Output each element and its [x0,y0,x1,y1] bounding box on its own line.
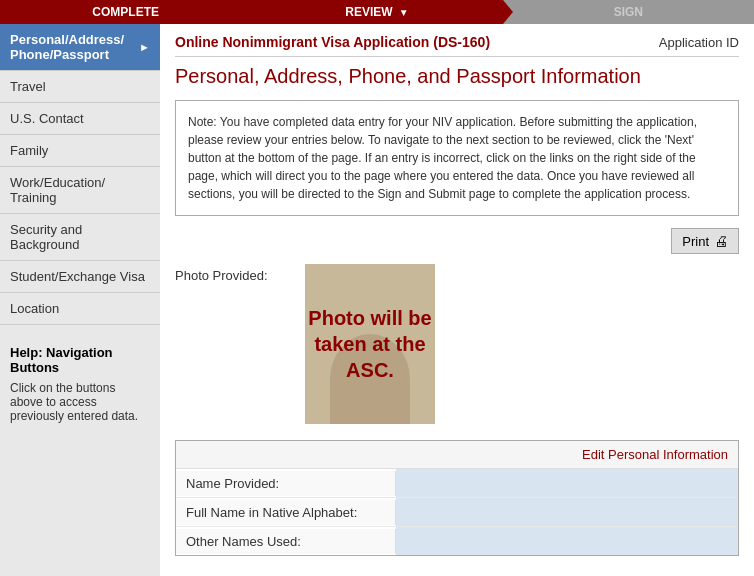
name-value [396,469,738,497]
info-row-native-name: Full Name in Native Alphabet: [176,498,738,527]
edit-personal-info-link[interactable]: Edit Personal Information [582,447,728,462]
photo-label: Photo Provided: [175,264,285,283]
sidebar-item-us-contact-label: U.S. Contact [10,111,84,126]
sidebar-item-personal-label: Personal/Address/Phone/Passport [10,32,124,62]
sidebar-item-personal[interactable]: Personal/Address/Phone/Passport ► [0,24,160,71]
app-header: Online Nonimmigrant Visa Application (DS… [175,34,739,57]
page-title: Personal, Address, Phone, and Passport I… [175,65,739,88]
sidebar-item-work-label: Work/Education/Training [10,175,105,205]
sidebar-item-student[interactable]: Student/Exchange Visa [0,261,160,293]
help-text: Click on the buttons above to access pre… [10,381,150,423]
native-name-label: Full Name in Native Alphabet: [176,500,396,525]
print-icon: 🖨 [714,233,728,249]
info-section: Edit Personal Information Name Provided:… [175,440,739,556]
sidebar-item-family[interactable]: Family [0,135,160,167]
info-row-name: Name Provided: [176,469,738,498]
nav-sign[interactable]: SIGN [503,0,754,24]
photo-placeholder-text: Photo will be taken at the ASC. [305,305,435,383]
photo-section: Photo Provided: Photo will be taken at t… [175,264,739,424]
sidebar-item-location-label: Location [10,301,59,316]
note-box: Note: You have completed data entry for … [175,100,739,216]
nav-review-arrow [503,0,513,24]
main-content: Online Nonimmigrant Visa Application (DS… [160,24,754,576]
nav-complete[interactable]: COMPLETE [0,0,251,24]
sidebar-item-us-contact[interactable]: U.S. Contact [0,103,160,135]
print-bar: Print 🖨 [175,228,739,254]
sidebar-item-student-label: Student/Exchange Visa [10,269,145,284]
sidebar-item-security-label: Security andBackground [10,222,82,252]
sidebar-item-work[interactable]: Work/Education/Training [0,167,160,214]
sidebar-item-family-label: Family [10,143,48,158]
main-wrapper: Personal/Address/Phone/Passport ► Travel… [0,24,754,576]
sidebar-item-security[interactable]: Security andBackground [0,214,160,261]
info-row-other-names: Other Names Used: [176,527,738,555]
nav-review[interactable]: REVIEW ▼ [251,0,502,24]
photo-placeholder: Photo will be taken at the ASC. [305,264,435,424]
name-label: Name Provided: [176,471,396,496]
note-text: Note: You have completed data entry for … [188,115,697,201]
print-button[interactable]: Print 🖨 [671,228,739,254]
application-id-label: Application ID [659,35,739,50]
nav-complete-label: COMPLETE [92,5,159,19]
app-title: Online Nonimmigrant Visa Application (DS… [175,34,490,50]
native-name-value [396,498,738,526]
print-label: Print [682,234,709,249]
top-navigation: COMPLETE REVIEW ▼ SIGN [0,0,754,24]
other-names-label: Other Names Used: [176,529,396,554]
nav-sign-label: SIGN [614,5,643,19]
nav-review-label: REVIEW [345,5,392,19]
sidebar-item-location[interactable]: Location [0,293,160,325]
other-names-value [396,527,738,555]
help-box: Help: Navigation Buttons Click on the bu… [0,335,160,433]
info-section-header: Edit Personal Information [176,441,738,469]
sidebar-item-travel[interactable]: Travel [0,71,160,103]
sidebar: Personal/Address/Phone/Passport ► Travel… [0,24,160,576]
chevron-right-icon: ► [139,41,150,53]
help-title: Help: Navigation Buttons [10,345,150,375]
nav-review-dropdown: ▼ [399,7,409,18]
sidebar-item-travel-label: Travel [10,79,46,94]
nav-complete-arrow [251,0,261,24]
